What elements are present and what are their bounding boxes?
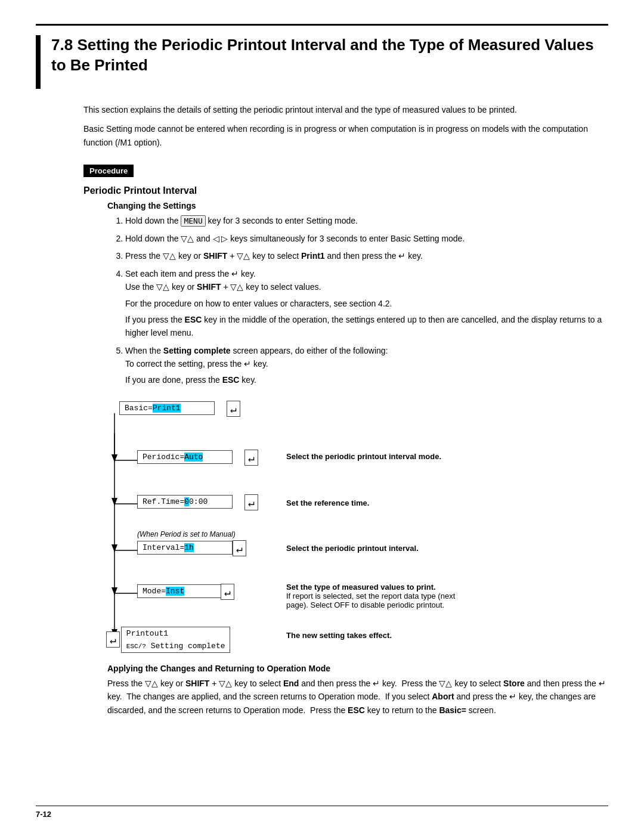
applying-changes-title: Applying the Changes and Returning to Op…	[107, 664, 608, 673]
svg-marker-9	[112, 587, 117, 595]
interval-label: Interval=1h	[137, 541, 233, 555]
intro-para-2: Basic Setting mode cannot be entered whe…	[83, 122, 608, 149]
step-1: Hold down the MENU key for 3 seconds to …	[125, 214, 608, 228]
basic-label: Basic=Print1	[119, 401, 215, 415]
desc-mode: Set the type of measured values to print…	[286, 583, 471, 609]
steps-list: Hold down the MENU key for 3 seconds to …	[125, 214, 608, 387]
diagram-svg	[101, 398, 590, 654]
step-3: Press the ▽△ key or SHIFT + ▽△ key to se…	[125, 249, 608, 262]
printout-label: Printout1	[121, 627, 231, 640]
diagram-container: Basic=Print1 ↵ Periodic=Auto ↵ Select th…	[101, 398, 590, 654]
periodic-label: Periodic=Auto	[137, 450, 233, 464]
screen-box-interval: Interval=1h	[137, 541, 233, 555]
page-number: 7-12	[36, 810, 51, 819]
periodic-value: Auto	[184, 453, 203, 462]
intro-para-1: This section explains the details of set…	[83, 103, 608, 116]
screen-box-mode: Mode=Inst	[137, 584, 233, 598]
setting-complete-label: ESC/? Setting complete	[121, 640, 231, 653]
svg-marker-3	[112, 454, 117, 462]
desc-periodic: Select the periodic printout interval mo…	[286, 451, 465, 461]
changing-settings-title: Changing the Settings	[107, 201, 608, 210]
enter-icon-1: ↵	[227, 402, 240, 415]
page-footer: 7-12	[36, 806, 608, 819]
mode-value: Inst	[166, 587, 184, 596]
screen-box-basic: Basic=Print1	[119, 401, 215, 415]
step-4: Set each item and press the ↵ key. Use t…	[125, 267, 608, 340]
page-title: 7.8 Setting the Periodic Printout Interv…	[51, 35, 608, 76]
desc-reftime: Set the reference time.	[286, 498, 453, 507]
manual-label: (When Period is set to Manual)	[137, 530, 236, 538]
enter-icon-5: ↵	[221, 586, 234, 598]
title-section: 7.8 Setting the Periodic Printout Interv…	[36, 24, 608, 89]
enter-icon-4: ↵	[233, 542, 246, 555]
mode-label: Mode=Inst	[137, 584, 233, 598]
menu-key: MENU	[181, 215, 205, 227]
screen-box-reftime: Ref.Time=00:00	[137, 495, 233, 509]
section-bar	[36, 35, 41, 89]
enter-icon-2: ↵	[244, 451, 258, 464]
svg-marker-5	[112, 498, 117, 506]
basic-value: Print1	[153, 404, 181, 413]
screen-box-periodic: Periodic=Auto	[137, 450, 233, 464]
step-2: Hold down the ▽△ and ◁ ▷ keys simultaneo…	[125, 232, 608, 245]
applying-changes-text: Press the ▽△ key or SHIFT + ▽△ key to se…	[107, 677, 608, 717]
procedure-label: Procedure	[83, 165, 134, 177]
reftime-value: 0	[184, 497, 189, 506]
desc-complete: The new setting takes effect.	[286, 630, 453, 640]
page: 7.8 Setting the Periodic Printout Interv…	[0, 0, 644, 833]
reftime-label: Ref.Time=00:00	[137, 495, 233, 509]
interval-value: 1h	[184, 543, 194, 552]
subsection-title: Periodic Printout Interval	[83, 185, 608, 196]
enter-icon-3: ↵	[244, 496, 258, 509]
screen-box-complete: ↵ Printout1 ESC/? Setting complete	[106, 627, 230, 653]
svg-marker-7	[112, 544, 117, 552]
step-5: When the Setting complete screen appears…	[125, 344, 608, 387]
desc-interval: Select the periodic printout interval.	[286, 543, 459, 553]
